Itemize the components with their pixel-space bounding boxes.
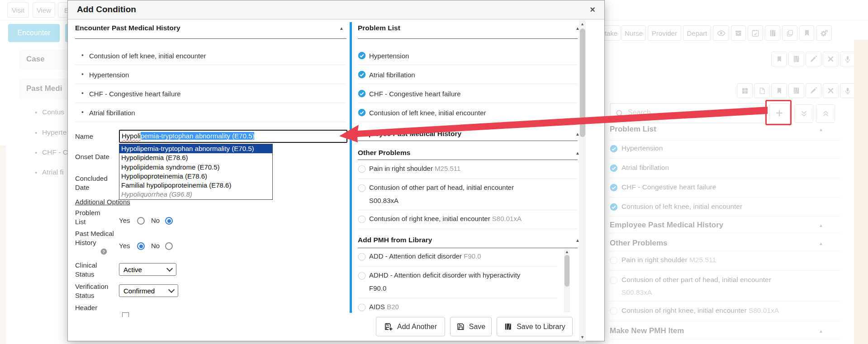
list-item[interactable]: Atrial fibrillation	[621, 164, 669, 172]
autocomplete-option[interactable]: Hypoliquorrhea (G96.8)	[119, 190, 272, 199]
collapse-icon[interactable]: ▲	[819, 127, 823, 132]
check-circle-icon	[610, 184, 618, 192]
nurse-tab[interactable]: Nurse	[621, 25, 646, 41]
list-item[interactable]: ADD - Attention deficit disorder F90.0	[369, 252, 481, 260]
past-medical-no-radio[interactable]	[165, 242, 173, 250]
annotation-highlight-box	[765, 100, 792, 125]
dictate-button[interactable]	[840, 83, 855, 98]
dictate-button[interactable]	[840, 52, 855, 66]
list-item[interactable]: AIDS B20	[369, 303, 399, 311]
bookmark-button[interactable]	[771, 52, 787, 66]
list-item[interactable]: Contusion of right knee, initial encount…	[369, 215, 522, 222]
archive-button[interactable]	[731, 25, 746, 41]
section-title[interactable]: Encounter Past Medical History	[75, 24, 180, 32]
section-title[interactable]: Problem List	[358, 24, 400, 32]
list-item[interactable]: Pain in right shoulder M25.511	[369, 165, 460, 172]
library-list: ADD - Attention deficit disorder F90.0 A…	[358, 248, 562, 312]
section-title[interactable]: Other Problems	[358, 149, 410, 157]
scroll-up-icon[interactable]: ▲	[564, 250, 570, 254]
document-button[interactable]	[754, 83, 770, 98]
scroll-up-icon[interactable]: ▲	[579, 22, 586, 26]
list-item[interactable]: Hypertension	[89, 71, 129, 79]
help-icon[interactable]: ?	[100, 248, 107, 255]
library-list-scrollbar[interactable]: ▲	[564, 249, 570, 312]
section-title[interactable]: Employee Past Medical History	[358, 130, 461, 138]
list-item[interactable]: Pain in right shoulder M25.511	[621, 256, 716, 264]
save-button[interactable]: Save	[450, 317, 492, 336]
autocomplete-option[interactable]: Hypolipidemia (E78.6)	[119, 153, 272, 162]
close-button[interactable]: ×	[586, 3, 599, 16]
scrollbar-thumb[interactable]	[564, 255, 569, 287]
eye-icon	[717, 29, 726, 38]
list-item[interactable]: CHF - Congestive heart failure	[369, 90, 461, 98]
bookmark-button[interactable]	[771, 83, 787, 98]
problem-list-no-radio[interactable]	[165, 217, 173, 225]
delete-button[interactable]	[823, 52, 839, 66]
bullet-icon: •	[81, 90, 84, 97]
dialog-scrollbar[interactable]: ▲ ▼	[579, 20, 586, 341]
chevron-double-down-icon	[800, 110, 808, 118]
collapse-icon[interactable]: ▲	[819, 329, 823, 334]
verification-status-select[interactable]: Confirmed	[119, 284, 178, 297]
past-medical-yes-radio[interactable]	[137, 242, 145, 250]
section-title[interactable]: Add PMH from Library	[358, 236, 432, 244]
autocomplete-option[interactable]: Hypolipemia-tryptophan abnormality (E70.…	[119, 144, 272, 153]
list-item[interactable]: CHF - Congestive heart failure	[89, 90, 181, 98]
gears-icon	[820, 29, 828, 38]
check-circle-icon	[610, 164, 618, 172]
list-item[interactable]: ADHD - Attention deficit disorder with h…	[369, 271, 520, 279]
list-item[interactable]: Hypertension	[369, 52, 409, 60]
list-item[interactable]: Contusion of other part of head, initial…	[369, 184, 514, 191]
check-circle-icon	[358, 71, 366, 79]
encounter-tab[interactable]: Encounter	[8, 24, 60, 42]
circle-icon	[358, 215, 366, 223]
circle-icon	[610, 256, 618, 264]
name-input[interactable]: Hypolipemia-tryptophan abnormality (E70.…	[119, 130, 347, 143]
column-divider	[350, 22, 352, 313]
list-item[interactable]: Contusion of left knee, initial encounte…	[89, 52, 206, 60]
problem-list-yes-radio[interactable]	[137, 217, 145, 225]
autocomplete-option[interactable]: Hypolipidemia syndrome (E70.5)	[119, 163, 272, 172]
autocomplete-option[interactable]: Hypolipoproteinemia (E78.6)	[119, 172, 272, 181]
edit-button[interactable]	[806, 52, 821, 66]
page-edge-strip	[0, 146, 6, 344]
list-item[interactable]: Atrial fibrillation	[369, 71, 415, 79]
library-button[interactable]	[788, 83, 804, 98]
list-item[interactable]: Contusion of right knee, initial encount…	[621, 306, 779, 315]
section-title: Other Problems	[610, 239, 668, 248]
list-item[interactable]: CHF - Congestive heart failure	[621, 183, 716, 191]
scroll-down-icon[interactable]: ▼	[579, 335, 586, 339]
eye-button[interactable]	[713, 25, 729, 41]
library-button[interactable]	[788, 52, 804, 66]
calendar-button[interactable]	[748, 25, 763, 41]
problem-list-label: Problem List	[75, 208, 110, 226]
list-item[interactable]: Atrial fibrillation	[89, 109, 135, 117]
grid-view-button[interactable]	[737, 83, 753, 98]
list-item[interactable]: Contusion of left knee, initial encounte…	[369, 109, 486, 117]
provider-tab[interactable]: Provider	[648, 25, 681, 41]
list-item[interactable]: Contusion of left knee, initial encounte…	[621, 203, 742, 211]
library-button[interactable]	[765, 25, 780, 41]
clinical-status-select[interactable]: Active	[119, 263, 176, 276]
copy-button[interactable]	[782, 25, 797, 41]
pencil-icon	[810, 87, 817, 94]
scrollbar-thumb[interactable]	[580, 28, 585, 137]
bookmark-button[interactable]	[799, 25, 814, 41]
visit-button[interactable]: Visit	[7, 2, 29, 18]
autocomplete-option[interactable]: Familial hypolipoproteinemia (E78.6)	[119, 181, 272, 190]
expand-all-button[interactable]	[816, 104, 835, 123]
view-button[interactable]: View	[33, 2, 55, 18]
depart-tab[interactable]: Depart	[683, 25, 711, 41]
add-another-button[interactable]: Add Another	[376, 317, 445, 336]
collapse-icon[interactable]: ▲	[819, 241, 823, 246]
search-input[interactable]	[627, 108, 751, 117]
edit-button[interactable]	[806, 83, 821, 98]
list-item[interactable]: Contusion of other part of head, initial…	[621, 276, 771, 284]
collapse-icon[interactable]: ▲	[819, 223, 823, 228]
list-item[interactable]: Hypertension	[621, 144, 663, 152]
collapse-all-button[interactable]	[794, 104, 813, 123]
delete-button[interactable]	[823, 83, 839, 98]
save-to-library-button[interactable]: Save to Library	[497, 317, 573, 336]
header-checkbox[interactable]	[122, 312, 129, 317]
settings-button[interactable]	[816, 25, 832, 41]
